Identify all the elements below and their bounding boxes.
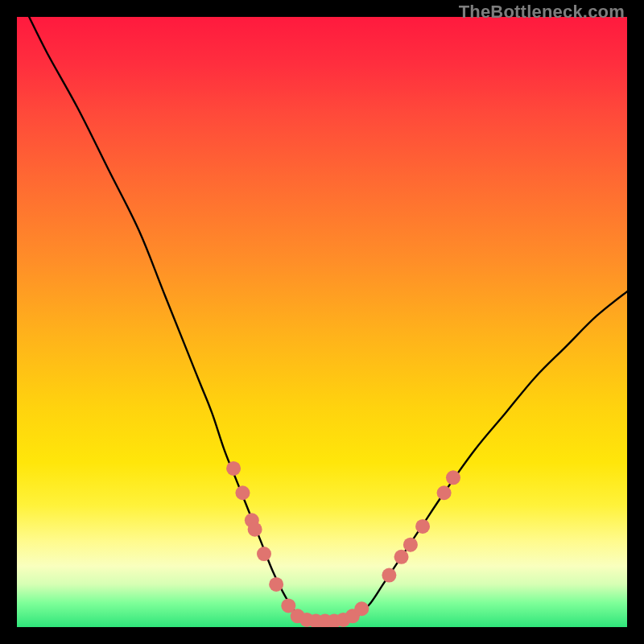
plot-area: [17, 17, 627, 627]
curve-marker: [403, 538, 418, 552]
chart-stage: TheBottleneck.com: [0, 0, 644, 644]
curve-marker: [394, 550, 409, 564]
curve-marker: [248, 522, 262, 537]
curve-marker: [437, 485, 452, 500]
curve-marker: [382, 568, 396, 583]
curve-marker: [269, 577, 283, 592]
chart-svg: [17, 17, 627, 627]
curve-marker: [235, 485, 250, 500]
watermark-text: TheBottleneck.com: [459, 2, 625, 23]
curve-marker: [415, 519, 430, 534]
curve-marker: [446, 470, 460, 485]
curve-marker: [226, 461, 241, 476]
bottleneck-curve: [29, 17, 627, 621]
curve-marker: [257, 547, 271, 561]
curve-marker: [354, 601, 369, 616]
